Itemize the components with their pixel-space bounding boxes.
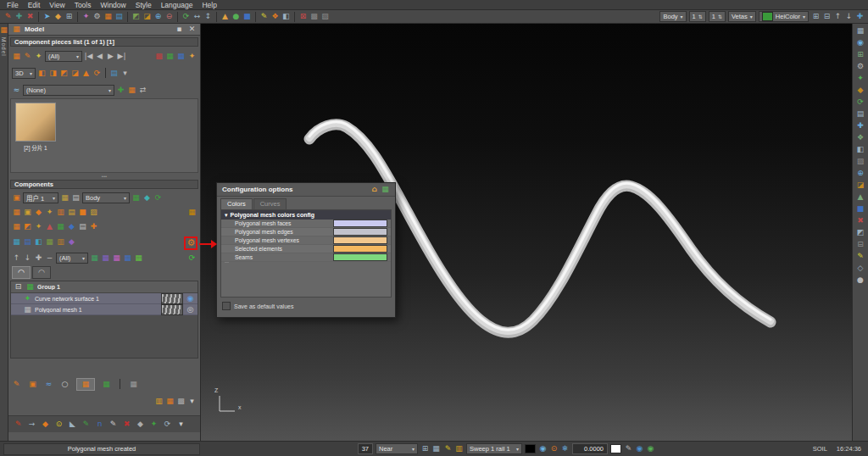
edges-color-swatch[interactable] xyxy=(333,228,387,236)
view-iso-icon[interactable]: ◧ xyxy=(37,69,47,78)
components-filter-dropdown[interactable]: (All)▾ xyxy=(56,253,88,264)
mesh-preview[interactable] xyxy=(161,304,183,315)
view-front-icon[interactable]: ◩ xyxy=(59,69,69,78)
comp-star-icon[interactable]: ✦ xyxy=(45,208,54,217)
rb-rotate-icon[interactable]: ⟳ xyxy=(856,97,865,107)
remove-small-icon[interactable]: − xyxy=(45,253,54,263)
select-faces-icon[interactable]: ▩ xyxy=(154,52,164,61)
x-red-icon[interactable]: ✖ xyxy=(122,420,131,429)
comp-square-icon[interactable]: ■ xyxy=(78,208,87,217)
corner-tool-icon[interactable]: ◣ xyxy=(68,420,77,429)
vertexes-color-swatch[interactable] xyxy=(333,236,387,244)
nav-next-icon[interactable]: ▶ xyxy=(106,52,115,61)
circle-yellow-icon[interactable]: ⊙ xyxy=(54,420,64,429)
group-icon-icon[interactable]: ▦ xyxy=(25,282,35,292)
pieces-filter-dropdown[interactable]: (All)▾ xyxy=(45,51,82,62)
menu-style[interactable]: Style xyxy=(136,1,152,9)
rowk-dropdown-icon[interactable]: ▾ xyxy=(187,397,197,406)
snap-grid-icon[interactable]: ⊞ xyxy=(420,444,430,453)
faces-color-swatch[interactable] xyxy=(333,220,387,227)
move-down-icon[interactable]: ↓ xyxy=(23,253,32,263)
grid-orange-icon[interactable]: ▦ xyxy=(127,86,136,95)
piece-thumbnail[interactable] xyxy=(15,103,56,142)
rb-gear-icon[interactable]: ⚙ xyxy=(856,62,865,71)
rb-add-icon[interactable]: ✚ xyxy=(856,121,865,131)
snowflake-icon-icon[interactable]: ❄ xyxy=(560,444,570,453)
up-arrow-icon[interactable]: ↑ xyxy=(833,12,843,21)
current-color-swatch[interactable] xyxy=(525,444,536,453)
mesh-cyan-icon[interactable]: ▦ xyxy=(12,237,21,247)
panel-icon-icon[interactable]: ▦ xyxy=(12,25,21,34)
none-dropdown[interactable]: (None)▾ xyxy=(23,85,114,96)
tree-row-mesh[interactable]: ▦ Polygonal mesh 1 ◎ xyxy=(11,304,198,315)
model-tab-icon[interactable]: ▦ xyxy=(0,25,8,35)
circle-minus-icon[interactable]: ⊖ xyxy=(164,12,174,21)
rb-square-blue-icon[interactable]: ■ xyxy=(856,204,865,214)
select-edges-icon[interactable]: ▦ xyxy=(165,52,175,61)
half-square-a-icon[interactable]: ◩ xyxy=(131,12,141,21)
mesh-tool-icon[interactable]: ▦ xyxy=(103,12,113,21)
arrow-tool-icon[interactable]: ➤ xyxy=(42,12,52,21)
config-gear-icon[interactable]: ⚙ xyxy=(186,237,197,248)
mesh-gray-icon[interactable]: ▦ xyxy=(129,380,138,389)
select-points-icon[interactable]: ▦ xyxy=(176,52,186,61)
save-default-checkbox[interactable] xyxy=(222,302,231,310)
mesh-grid-icon[interactable]: ▦ xyxy=(12,52,21,61)
tab-curves[interactable]: Curves xyxy=(253,198,287,209)
rb-layer-icon[interactable]: ▤ xyxy=(856,109,865,119)
user-green-icon[interactable]: ◉ xyxy=(646,444,655,453)
rb-half-icon[interactable]: ◧ xyxy=(856,145,865,154)
apply-icon-icon[interactable]: ▦ xyxy=(381,185,390,194)
rotate-tool-icon[interactable]: ⟳ xyxy=(181,12,191,21)
rb-minus-icon[interactable]: ⊟ xyxy=(856,240,865,249)
mode-blue-icon[interactable]: ▦ xyxy=(123,253,132,263)
move-v-icon[interactable]: ↕ xyxy=(203,12,213,21)
heicolor-dropdown[interactable]: HeiColor▾ xyxy=(759,11,809,22)
mode-lime-icon[interactable]: ▦ xyxy=(134,253,143,263)
menu-help[interactable]: Help xyxy=(202,1,216,9)
tool-grid-icon[interactable]: ▦ xyxy=(12,222,21,231)
comp-box-icon[interactable]: ▣ xyxy=(23,208,32,217)
add-small-icon[interactable]: ✚ xyxy=(34,253,43,263)
rb-hatch-icon[interactable]: ▨ xyxy=(856,157,865,166)
nav-prev-icon[interactable]: ◀ xyxy=(95,52,104,61)
user-dropdown[interactable]: 用户 1▾ xyxy=(23,192,58,203)
close-icon[interactable]: ✕ xyxy=(187,25,197,34)
count-stepper-2[interactable]: 1⇅ xyxy=(709,11,726,22)
wave-filter-icon[interactable]: ≈ xyxy=(12,86,21,95)
mesh-blue-icon[interactable]: ▤ xyxy=(23,237,32,247)
star-tool-icon[interactable]: ✦ xyxy=(81,12,91,21)
comp-hatch-icon[interactable]: ▨ xyxy=(89,208,98,217)
snap-plane-icon[interactable]: ▦ xyxy=(431,444,441,453)
eye-icon-icon[interactable]: ◉ xyxy=(538,444,548,453)
rb-cube-icon[interactable]: ▦ xyxy=(856,26,865,36)
box-tool-icon[interactable]: ▣ xyxy=(28,380,37,389)
tool-star-icon[interactable]: ✦ xyxy=(34,222,43,231)
selected-color-swatch[interactable] xyxy=(333,245,387,253)
layers-icon[interactable]: ▤ xyxy=(109,69,119,78)
rb-ornament-icon[interactable]: ❖ xyxy=(856,133,865,142)
swap-icon[interactable]: ⇄ xyxy=(138,86,147,95)
view-mode-dropdown[interactable]: 3D▾ xyxy=(12,68,36,79)
count-stepper-1[interactable]: 1⇅ xyxy=(689,11,706,22)
mesh-active-icon[interactable]: ▦ xyxy=(76,378,95,391)
background-color-swatch[interactable] xyxy=(610,444,621,453)
rb-plus-circle-icon[interactable]: ⊕ xyxy=(856,169,865,178)
triangle-tool-icon[interactable]: ▲ xyxy=(220,12,230,21)
vetas-dropdown[interactable]: Vetas▾ xyxy=(728,11,756,22)
star-orange-icon[interactable]: ✦ xyxy=(187,52,197,61)
model-tab-label[interactable]: Model xyxy=(1,37,7,57)
rb-pen-icon[interactable]: ✎ xyxy=(856,252,865,261)
shade-icon-icon[interactable]: ◎ xyxy=(186,305,195,314)
rb-sphere-icon[interactable]: ● xyxy=(856,275,865,285)
curve-tool-a[interactable]: ◠ xyxy=(12,266,31,279)
move-h-icon[interactable]: ↔ xyxy=(192,12,202,21)
mesh-green-btn-icon[interactable]: ▦ xyxy=(102,380,111,389)
grid-plus-icon[interactable]: ⊞ xyxy=(811,12,821,21)
pen-red-icon[interactable]: ✎ xyxy=(14,420,23,429)
rb-star-icon[interactable]: ✦ xyxy=(856,74,865,83)
mesh-purple-icon[interactable]: ◆ xyxy=(67,237,76,247)
rb-diamond-icon[interactable]: ◆ xyxy=(856,86,865,95)
circle-plus-icon[interactable]: ⊕ xyxy=(153,12,163,21)
grid-gold-icon[interactable]: ▦ xyxy=(60,193,70,203)
